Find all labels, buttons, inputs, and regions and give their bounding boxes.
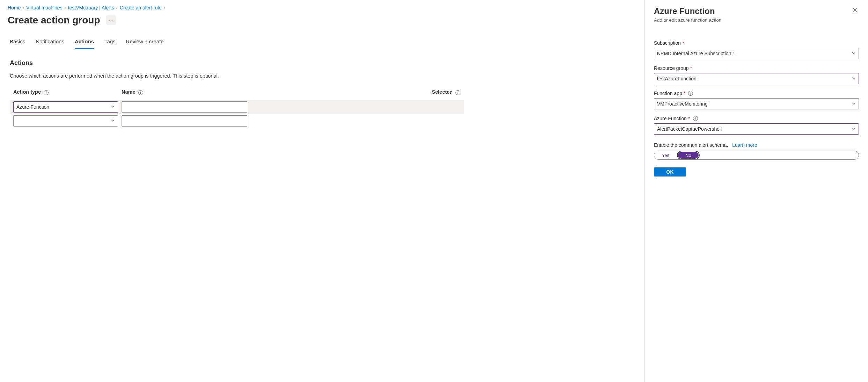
panel-title: Azure Function	[654, 6, 722, 16]
col-selected-label: Selected	[432, 89, 453, 95]
info-icon[interactable]: i	[693, 116, 698, 121]
tab-basics[interactable]: Basics	[10, 36, 25, 49]
info-icon[interactable]: i	[688, 91, 693, 96]
chevron-down-icon	[852, 51, 856, 56]
info-icon[interactable]: i	[138, 90, 143, 95]
close-icon	[853, 8, 858, 13]
tab-tags[interactable]: Tags	[104, 36, 116, 49]
ok-button[interactable]: OK	[654, 167, 686, 176]
toggle-yes[interactable]: Yes	[654, 151, 677, 159]
breadcrumb-link-create-rule[interactable]: Create an alert rule	[120, 5, 162, 10]
learn-more-link[interactable]: Learn more	[732, 142, 757, 148]
breadcrumb-link-vms[interactable]: Virtual machines	[26, 5, 62, 10]
breadcrumb-link-home[interactable]: Home	[8, 5, 21, 10]
select-value: AlertPacketCaptuePowershell	[657, 126, 722, 132]
panel-subtitle: Add or edit azure function action	[654, 17, 722, 23]
select-value: Azure Function	[16, 104, 49, 110]
field-function-app: Function app * i VMProactiveMonitoring	[654, 91, 859, 109]
breadcrumb-link-alerts[interactable]: testVMcanary | Alerts	[68, 5, 114, 10]
col-action-type-label: Action type	[13, 89, 41, 95]
subscription-select[interactable]: NPMD Internal Azure Subscription 1	[654, 48, 859, 59]
side-panel: Azure Function Add or edit azure functio…	[644, 0, 868, 382]
tab-review-create[interactable]: Review + create	[126, 36, 164, 49]
resource-group-select[interactable]: testAzureFunction	[654, 73, 859, 84]
chevron-down-icon	[852, 126, 856, 132]
required-icon: *	[690, 65, 692, 71]
field-resource-group: Resource group * testAzureFunction	[654, 65, 859, 84]
select-value: VMProactiveMonitoring	[657, 101, 708, 107]
table-header: Action type i Name i Selected i	[10, 89, 464, 100]
table-row	[10, 114, 464, 128]
more-button[interactable]: ⋯	[106, 15, 116, 25]
chevron-right-icon: ›	[116, 5, 118, 10]
col-name: Name i	[122, 89, 247, 95]
schema-text: Enable the common alert schema.	[654, 142, 728, 148]
tab-notifications[interactable]: Notifications	[36, 36, 64, 49]
info-icon[interactable]: i	[455, 90, 460, 95]
chevron-down-icon	[111, 104, 115, 110]
ellipsis-icon: ⋯	[108, 17, 114, 24]
table-row: Azure Function	[10, 100, 464, 114]
info-icon[interactable]: i	[44, 90, 49, 95]
close-button[interactable]	[851, 6, 859, 15]
col-selected: Selected i	[251, 89, 460, 95]
schema-row: Enable the common alert schema. Learn mo…	[654, 142, 859, 148]
field-subscription: Subscription * NPMD Internal Azure Subsc…	[654, 40, 859, 59]
actions-table: Action type i Name i Selected i Azure Fu…	[10, 89, 464, 128]
required-icon: *	[688, 116, 690, 121]
field-label: Resource group *	[654, 65, 859, 71]
col-action-type: Action type i	[13, 89, 118, 95]
select-value: testAzureFunction	[657, 76, 696, 81]
chevron-down-icon	[111, 118, 115, 124]
action-type-select[interactable]: Azure Function	[13, 101, 118, 113]
field-label: Subscription *	[654, 40, 859, 46]
required-icon: *	[682, 40, 684, 46]
label-text: Function app	[654, 91, 682, 96]
required-icon: *	[684, 91, 685, 96]
chevron-down-icon	[852, 76, 856, 81]
action-name-input[interactable]	[122, 115, 247, 127]
field-azure-function: Azure Function * i AlertPacketCaptuePowe…	[654, 116, 859, 135]
field-label: Function app * i	[654, 91, 859, 96]
chevron-right-icon: ›	[163, 5, 165, 10]
label-text: Subscription	[654, 40, 681, 46]
chevron-right-icon: ›	[65, 5, 66, 10]
toggle-no[interactable]: No	[677, 151, 700, 160]
action-type-select[interactable]	[13, 115, 118, 127]
function-app-select[interactable]: VMProactiveMonitoring	[654, 98, 859, 109]
panel-header: Azure Function Add or edit azure functio…	[654, 6, 859, 23]
action-name-input[interactable]	[122, 101, 247, 113]
chevron-right-icon: ›	[23, 5, 24, 10]
label-text: Resource group	[654, 65, 689, 71]
label-text: Azure Function	[654, 116, 687, 121]
azure-function-select[interactable]: AlertPacketCaptuePowershell	[654, 123, 859, 135]
col-name-label: Name	[122, 89, 136, 95]
page-title: Create action group	[8, 15, 100, 26]
schema-toggle[interactable]: Yes No	[654, 151, 859, 160]
tab-actions[interactable]: Actions	[75, 36, 94, 49]
field-label: Azure Function * i	[654, 116, 859, 121]
chevron-down-icon	[852, 101, 856, 107]
select-value: NPMD Internal Azure Subscription 1	[657, 51, 735, 56]
